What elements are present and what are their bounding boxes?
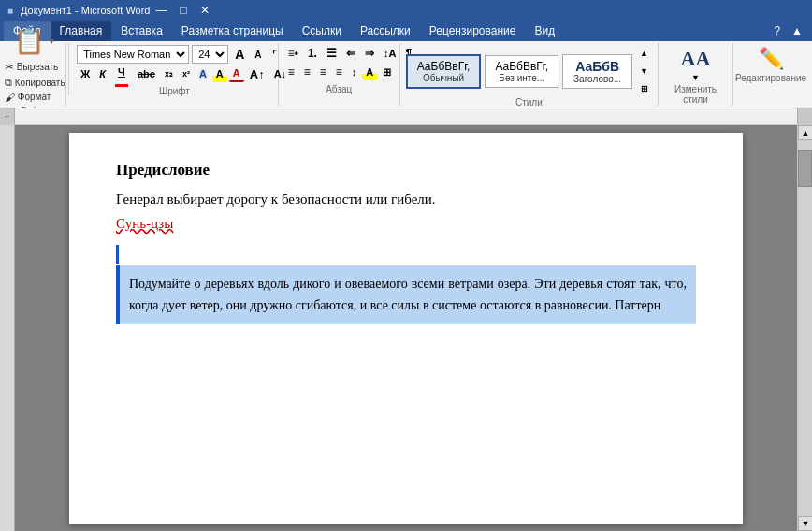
multilevel-button[interactable]: ☰ <box>323 45 341 62</box>
paragraph-label: Абзац <box>284 84 394 94</box>
bullets-button[interactable]: ≡• <box>284 45 302 62</box>
divider-1 <box>68 43 69 95</box>
minimize-button[interactable]: — <box>151 0 173 21</box>
change-styles-dropdown[interactable]: ▼ <box>691 73 700 82</box>
numbering-button[interactable]: 1. <box>304 45 321 62</box>
cut-icon: ✂ <box>5 61 14 74</box>
menu-insert[interactable]: Вставка <box>111 21 172 41</box>
change-styles-aa-icon: AA <box>681 47 711 71</box>
subscript-button[interactable]: x₂ <box>161 65 177 82</box>
shrink-font-button[interactable]: A <box>251 46 265 63</box>
doc-subtitle: Генерал выбирает дорогу к безопасности и… <box>116 189 696 210</box>
ruler-corner-icon: ⌐ <box>5 112 9 121</box>
ribbon: 📋 ▼ ✂ Вырезать ⧉ Копировать 🖌 Формат Буф… <box>0 41 812 108</box>
style-nospacing-sublabel: Без инте... <box>495 73 548 83</box>
align-right-button[interactable]: ≡ <box>316 64 330 80</box>
doc-author: Сунь-цзы <box>116 216 696 232</box>
menu-view[interactable]: Вид <box>525 21 564 41</box>
style-nospacing-text: АаБбВвГг, <box>495 60 548 73</box>
paste-dropdown-arrow[interactable]: ▼ <box>48 36 56 46</box>
font-size-select[interactable]: 24 <box>192 45 228 64</box>
format-painter-button[interactable]: 🖌 Формат <box>2 91 68 104</box>
increase-font-btn[interactable]: A↑ <box>246 65 268 82</box>
align-left-button[interactable]: ≡ <box>284 64 298 80</box>
ribbon-collapse-icon[interactable]: ▲ <box>786 24 808 37</box>
title-bar: ■ Документ1 - Microsoft Word — □ ✕ <box>0 0 812 21</box>
copy-button[interactable]: ⧉ Копировать <box>2 76 68 90</box>
scroll-up-button[interactable]: ▲ <box>798 125 812 140</box>
cursor-line <box>116 245 696 264</box>
style-normal-sublabel: Обычный <box>417 73 471 83</box>
paste-button[interactable]: 📋 ▼ <box>8 23 62 60</box>
fill-color-button[interactable]: A <box>362 64 377 80</box>
styles-up-button[interactable]: ▲ <box>636 45 652 62</box>
selected-text-block[interactable]: Подумайте о деревьях вдоль дикого и овев… <box>116 266 696 325</box>
scroll-thumb[interactable] <box>798 150 812 187</box>
doc-title: Предисловие <box>116 161 696 179</box>
line-spacing-button[interactable]: ↕ <box>348 64 361 80</box>
style-nospacing-button[interactable]: АаБбВвГг, Без инте... <box>485 55 558 88</box>
font-color-button[interactable]: A <box>229 65 244 82</box>
para-row-2: ≡ ≡ ≡ ≡ ↕ A ⊞ <box>284 64 394 80</box>
para-row-1: ≡• 1. ☰ ⇐ ⇒ ↕A ¶ <box>284 45 394 62</box>
close-button[interactable]: ✕ <box>195 0 215 21</box>
highlight-button[interactable]: A <box>212 65 227 82</box>
text-cursor <box>116 245 119 264</box>
main-area: Предисловие Генерал выбирает дорогу к бе… <box>0 125 812 531</box>
style-normal-button[interactable]: АаБбВвГг, Обычный <box>406 54 482 89</box>
maximize-button[interactable]: □ <box>175 0 193 21</box>
help-icon[interactable]: ? <box>768 24 786 37</box>
text-effect-button[interactable]: A <box>196 65 210 82</box>
decrease-indent-button[interactable]: ⇐ <box>342 45 359 62</box>
underline-button[interactable]: Ч <box>111 65 132 82</box>
superscript-button[interactable]: x² <box>179 65 194 82</box>
styles-nav: ▲ ▼ ⊞ <box>636 45 652 97</box>
ruler-corner: ⌐ <box>0 108 15 124</box>
paste-icon: 📋 <box>14 27 44 56</box>
strikethrough-button[interactable]: abc <box>134 65 159 82</box>
bold-button[interactable]: Ж <box>77 65 94 82</box>
change-styles-group: AA ▼ Изменить стили <box>659 43 733 106</box>
italic-button[interactable]: К <box>95 65 109 82</box>
styles-more-button[interactable]: ⊞ <box>636 80 652 97</box>
doc-scroll-area[interactable]: Предисловие Генерал выбирает дорогу к бе… <box>15 125 797 531</box>
font-row-2: Ж К Ч abc x₂ x² A A A A↑ A↓ <box>77 65 272 82</box>
style-normal-text: АаБбВвГг, <box>417 60 471 73</box>
change-styles-button[interactable]: AA ▼ <box>681 47 711 82</box>
style-heading-sublabel: Заголово... <box>573 74 622 84</box>
cut-button[interactable]: ✂ Вырезать <box>2 60 68 75</box>
editing-button[interactable]: ✏️ <box>759 47 784 71</box>
sort-button[interactable]: ↕A <box>380 45 399 62</box>
ruler: ⌐ 1 2 3 4 5 6 7 8 9 10 11 12 13 14 15 16… <box>0 108 812 125</box>
copy-icon: ⧉ <box>5 77 12 89</box>
author-text: Сунь-цзы <box>116 216 173 231</box>
clipboard-group: 📋 ▼ ✂ Вырезать ⧉ Копировать 🖌 Формат Буф… <box>4 43 66 106</box>
justify-button[interactable]: ≡ <box>332 64 346 80</box>
menu-mailings[interactable]: Рассылки <box>351 21 420 41</box>
style-heading-text: АаБбВ <box>573 59 622 74</box>
editing-label: Редактирование <box>735 73 806 83</box>
scroll-track[interactable] <box>798 140 812 516</box>
menu-review[interactable]: Рецензирование <box>420 21 526 41</box>
scroll-down-button[interactable]: ▼ <box>798 516 812 531</box>
font-label: Шрифт <box>77 86 272 96</box>
title-bar-title: Документ1 - Microsoft Word <box>21 5 150 16</box>
style-heading-button[interactable]: АаБбВ Заголово... <box>562 54 632 89</box>
styles-group: АаБбВвГг, Обычный АаБбВвГг, Без инте... … <box>400 43 659 106</box>
format-painter-icon: 🖌 <box>5 92 15 103</box>
borders-button[interactable]: ⊞ <box>379 64 395 80</box>
grow-font-button[interactable]: A <box>231 46 248 63</box>
menu-references[interactable]: Ссылки <box>293 21 351 41</box>
font-row-1: Times New Roman 24 A A ⌜ <box>77 45 272 64</box>
increase-indent-button[interactable]: ⇒ <box>361 45 378 62</box>
left-ruler-bar <box>0 125 15 531</box>
vertical-scrollbar[interactable]: ▲ ▼ <box>797 125 812 531</box>
font-group: Times New Roman 24 A A ⌜ Ж К Ч abc x₂ x²… <box>71 43 279 106</box>
align-center-button[interactable]: ≡ <box>300 64 314 80</box>
styles-label: Стили <box>406 97 652 108</box>
styles-down-button[interactable]: ▼ <box>636 63 652 79</box>
font-name-select[interactable]: Times New Roman <box>77 45 189 64</box>
menu-bar: Файл Главная Вставка Разметка страницы С… <box>0 21 812 41</box>
menu-layout[interactable]: Разметка страницы <box>172 21 293 41</box>
styles-row: АаБбВвГг, Обычный АаБбВвГг, Без инте... … <box>406 45 652 97</box>
